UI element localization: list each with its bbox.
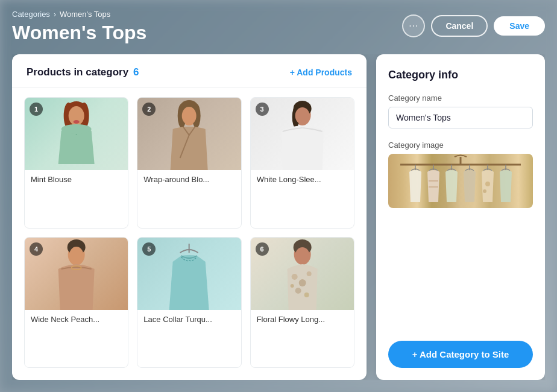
products-header: Products in category 6 + Add Products [12, 54, 367, 87]
category-name-input[interactable] [388, 107, 533, 128]
svg-point-29 [290, 284, 294, 288]
product-image-2: 2 [137, 98, 241, 170]
svg-point-25 [298, 279, 306, 286]
products-panel: Products in category 6 + Add Products 1 [12, 54, 367, 380]
product-badge-3: 3 [256, 103, 269, 116]
category-image-preview [388, 154, 533, 208]
product-image-1: 1 [25, 98, 128, 170]
products-count: 6 [133, 66, 139, 78]
svg-point-18 [69, 247, 84, 265]
product-image-3: 3 [251, 98, 354, 170]
svg-point-6 [61, 124, 92, 134]
product-card-4[interactable]: 4 Wide Neck Peach. [24, 237, 128, 368]
svg-point-23 [295, 247, 309, 264]
category-image-background [388, 154, 533, 208]
breadcrumb-current: Women's Tops [60, 10, 110, 19]
product-badge-6: 6 [256, 242, 269, 256]
page-title: Women's Tops [12, 22, 146, 43]
product-name-2: Wrap-around Blo... [137, 170, 241, 189]
app-container: Categories › Women's Tops Women's Tops ·… [0, 0, 557, 392]
category-info-panel: Category info Category name Category ima… [376, 54, 545, 380]
header-left: Categories › Women's Tops Women's Tops [12, 10, 146, 43]
product-card-1[interactable]: 1 [24, 97, 128, 228]
product-image-6: 6 [251, 238, 354, 310]
products-title-text: Products in category [27, 66, 128, 78]
product-name-5: Lace Collar Turqu... [137, 310, 241, 329]
more-button[interactable]: ··· [402, 14, 425, 37]
product-name-6: Floral Flowy Long... [251, 310, 354, 329]
header-actions: ··· Cancel Save [402, 14, 545, 37]
breadcrumb-chevron-icon: › [54, 10, 56, 19]
category-name-field: Category name [388, 93, 533, 128]
category-name-label: Category name [388, 93, 533, 103]
product-badge-4: 4 [30, 242, 43, 256]
svg-point-24 [291, 274, 297, 280]
svg-point-11 [182, 107, 197, 125]
svg-point-40 [483, 189, 486, 193]
add-category-button[interactable]: + Add Category to Site [388, 341, 533, 368]
category-info-title: Category info [388, 69, 533, 81]
product-badge-5: 5 [142, 242, 156, 256]
product-image-5: 5 [137, 238, 241, 310]
breadcrumb: Categories › Women's Tops [12, 10, 146, 19]
products-title: Products in category 6 [27, 66, 139, 78]
product-name-3: White Long-Slee... [251, 170, 354, 189]
breadcrumb-parent-link[interactable]: Categories [12, 10, 50, 19]
product-card-3[interactable]: 3 W [250, 97, 354, 228]
products-grid: 1 [12, 87, 367, 380]
category-image-label: Category image [388, 141, 533, 150]
add-products-button[interactable]: + Add Products [290, 68, 352, 77]
svg-point-5 [74, 120, 80, 124]
cancel-button[interactable]: Cancel [431, 15, 488, 37]
product-name-1: Mint Blouse [25, 170, 128, 189]
svg-point-15 [295, 107, 309, 124]
main-content: Products in category 6 + Add Products 1 [12, 54, 545, 380]
header: Categories › Women's Tops Women's Tops ·… [12, 10, 545, 43]
product-image-4: 4 [25, 238, 128, 310]
product-card-5[interactable]: 5 Lace Collar Turq [137, 237, 241, 368]
svg-point-26 [306, 271, 311, 276]
svg-point-27 [295, 288, 301, 294]
product-card-6[interactable]: 6 [250, 237, 354, 368]
svg-point-39 [485, 182, 490, 186]
svg-point-28 [304, 292, 309, 297]
product-name-4: Wide Neck Peach... [25, 310, 128, 329]
save-button[interactable]: Save [494, 16, 545, 36]
product-card-2[interactable]: 2 [137, 97, 241, 228]
category-image-field: Category image [388, 141, 533, 208]
